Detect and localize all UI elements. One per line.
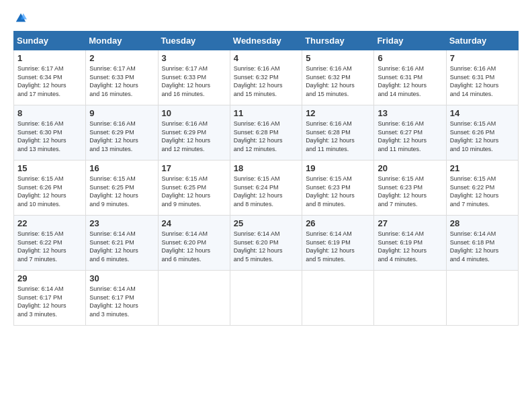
logo-icon: [15, 12, 27, 24]
col-header-wednesday: Wednesday: [230, 32, 302, 50]
calendar-cell: 7 Sunrise: 6:16 AMSunset: 6:31 PMDayligh…: [446, 50, 518, 105]
col-header-tuesday: Tuesday: [158, 32, 230, 50]
cell-text: Sunrise: 6:15 AMSunset: 6:26 PMDaylight:…: [17, 175, 66, 208]
day-number: 28: [450, 218, 515, 228]
calendar-cell: 12 Sunrise: 6:16 AMSunset: 6:28 PMDaylig…: [302, 105, 374, 161]
cell-text: Sunrise: 6:15 AMSunset: 6:24 PMDaylight:…: [234, 175, 283, 208]
day-number: 6: [378, 53, 442, 63]
calendar-cell: [302, 271, 374, 326]
day-number: 1: [17, 53, 82, 63]
cell-text: Sunrise: 6:15 AMSunset: 6:26 PMDaylight:…: [450, 120, 499, 152]
cell-text: Sunrise: 6:14 AMSunset: 6:20 PMDaylight:…: [234, 230, 283, 263]
calendar-cell: 2 Sunrise: 6:17 AMSunset: 6:33 PMDayligh…: [86, 50, 158, 105]
cell-text: Sunrise: 6:17 AMSunset: 6:34 PMDaylight:…: [17, 65, 66, 97]
calendar-cell: 5 Sunrise: 6:16 AMSunset: 6:32 PMDayligh…: [302, 50, 374, 105]
calendar-cell: 25 Sunrise: 6:14 AMSunset: 6:20 PMDaylig…: [230, 216, 302, 271]
calendar-cell: 16 Sunrise: 6:15 AMSunset: 6:25 PMDaylig…: [86, 161, 158, 216]
calendar-cell: 20 Sunrise: 6:15 AMSunset: 6:23 PMDaylig…: [374, 161, 446, 216]
cell-text: Sunrise: 6:16 AMSunset: 6:32 PMDaylight:…: [306, 65, 355, 97]
calendar-table: SundayMondayTuesdayWednesdayThursdayFrid…: [13, 31, 519, 326]
cell-text: Sunrise: 6:16 AMSunset: 6:30 PMDaylight:…: [17, 120, 66, 152]
cell-text: Sunrise: 6:16 AMSunset: 6:31 PMDaylight:…: [450, 65, 499, 97]
week-row-2: 8 Sunrise: 6:16 AMSunset: 6:30 PMDayligh…: [14, 105, 519, 161]
day-number: 30: [89, 273, 154, 283]
day-number: 9: [89, 108, 154, 118]
cell-text: Sunrise: 6:14 AMSunset: 6:21 PMDaylight:…: [89, 230, 138, 263]
week-row-4: 22 Sunrise: 6:15 AMSunset: 6:22 PMDaylig…: [14, 216, 519, 271]
day-number: 25: [234, 218, 298, 228]
day-number: 15: [17, 163, 82, 173]
calendar-cell: 9 Sunrise: 6:16 AMSunset: 6:29 PMDayligh…: [86, 105, 158, 161]
day-number: 17: [162, 163, 226, 173]
calendar-cell: [374, 271, 446, 326]
day-number: 14: [450, 108, 515, 118]
day-number: 18: [234, 163, 298, 173]
page: SundayMondayTuesdayWednesdayThursdayFrid…: [0, 0, 532, 411]
calendar-cell: [446, 271, 518, 326]
calendar-cell: [230, 271, 302, 326]
day-number: 29: [17, 273, 82, 283]
calendar-cell: 13 Sunrise: 6:16 AMSunset: 6:27 PMDaylig…: [374, 105, 446, 161]
day-number: 21: [450, 163, 515, 173]
calendar-cell: 11 Sunrise: 6:16 AMSunset: 6:28 PMDaylig…: [230, 105, 302, 161]
cell-text: Sunrise: 6:15 AMSunset: 6:23 PMDaylight:…: [378, 175, 427, 208]
calendar-cell: 6 Sunrise: 6:16 AMSunset: 6:31 PMDayligh…: [374, 50, 446, 105]
week-row-1: 1 Sunrise: 6:17 AMSunset: 6:34 PMDayligh…: [14, 50, 519, 105]
cell-text: Sunrise: 6:15 AMSunset: 6:23 PMDaylight:…: [306, 175, 355, 208]
day-number: 23: [89, 218, 154, 228]
cell-text: Sunrise: 6:16 AMSunset: 6:32 PMDaylight:…: [234, 65, 283, 97]
calendar-cell: 27 Sunrise: 6:14 AMSunset: 6:19 PMDaylig…: [374, 216, 446, 271]
week-row-3: 15 Sunrise: 6:15 AMSunset: 6:26 PMDaylig…: [14, 161, 519, 216]
week-row-5: 29 Sunrise: 6:14 AMSunset: 6:17 PMDaylig…: [14, 271, 519, 326]
day-number: 26: [306, 218, 370, 228]
day-number: 20: [378, 163, 442, 173]
cell-text: Sunrise: 6:14 AMSunset: 6:19 PMDaylight:…: [378, 230, 427, 263]
day-number: 12: [306, 108, 370, 118]
day-number: 13: [378, 108, 442, 118]
day-number: 7: [450, 53, 515, 63]
col-header-thursday: Thursday: [302, 32, 374, 50]
cell-text: Sunrise: 6:16 AMSunset: 6:29 PMDaylight:…: [162, 120, 211, 152]
cell-text: Sunrise: 6:15 AMSunset: 6:25 PMDaylight:…: [89, 175, 138, 208]
calendar-cell: 29 Sunrise: 6:14 AMSunset: 6:17 PMDaylig…: [14, 271, 86, 326]
cell-text: Sunrise: 6:14 AMSunset: 6:17 PMDaylight:…: [17, 285, 66, 318]
cell-text: Sunrise: 6:15 AMSunset: 6:25 PMDaylight:…: [162, 175, 211, 208]
day-number: 16: [89, 163, 154, 173]
day-number: 11: [234, 108, 298, 118]
cell-text: Sunrise: 6:16 AMSunset: 6:28 PMDaylight:…: [306, 120, 355, 152]
cell-text: Sunrise: 6:14 AMSunset: 6:19 PMDaylight:…: [306, 230, 355, 263]
cell-text: Sunrise: 6:15 AMSunset: 6:22 PMDaylight:…: [450, 175, 499, 208]
col-header-monday: Monday: [86, 32, 158, 50]
calendar-cell: 8 Sunrise: 6:16 AMSunset: 6:30 PMDayligh…: [14, 105, 86, 161]
day-number: 19: [306, 163, 370, 173]
cell-text: Sunrise: 6:16 AMSunset: 6:31 PMDaylight:…: [378, 65, 427, 97]
day-number: 10: [162, 108, 226, 118]
day-number: 24: [162, 218, 226, 228]
calendar-cell: [158, 271, 230, 326]
calendar-cell: 28 Sunrise: 6:14 AMSunset: 6:18 PMDaylig…: [446, 216, 518, 271]
cell-text: Sunrise: 6:14 AMSunset: 6:17 PMDaylight:…: [89, 285, 138, 318]
calendar-cell: 24 Sunrise: 6:14 AMSunset: 6:20 PMDaylig…: [158, 216, 230, 271]
cell-text: Sunrise: 6:14 AMSunset: 6:20 PMDaylight:…: [162, 230, 211, 263]
calendar-cell: 18 Sunrise: 6:15 AMSunset: 6:24 PMDaylig…: [230, 161, 302, 216]
calendar-cell: 26 Sunrise: 6:14 AMSunset: 6:19 PMDaylig…: [302, 216, 374, 271]
day-number: 4: [234, 53, 298, 63]
col-header-friday: Friday: [374, 32, 446, 50]
header: [13, 12, 519, 24]
calendar-cell: 3 Sunrise: 6:17 AMSunset: 6:33 PMDayligh…: [158, 50, 230, 105]
day-number: 2: [89, 53, 154, 63]
cell-text: Sunrise: 6:16 AMSunset: 6:27 PMDaylight:…: [378, 120, 427, 152]
cell-text: Sunrise: 6:16 AMSunset: 6:28 PMDaylight:…: [234, 120, 283, 152]
header-row: SundayMondayTuesdayWednesdayThursdayFrid…: [14, 32, 519, 50]
col-header-saturday: Saturday: [446, 32, 518, 50]
day-number: 5: [306, 53, 370, 63]
calendar-cell: 21 Sunrise: 6:15 AMSunset: 6:22 PMDaylig…: [446, 161, 518, 216]
calendar-cell: 19 Sunrise: 6:15 AMSunset: 6:23 PMDaylig…: [302, 161, 374, 216]
calendar-cell: 14 Sunrise: 6:15 AMSunset: 6:26 PMDaylig…: [446, 105, 518, 161]
calendar-cell: 1 Sunrise: 6:17 AMSunset: 6:34 PMDayligh…: [14, 50, 86, 105]
day-number: 22: [17, 218, 82, 228]
calendar-cell: 22 Sunrise: 6:15 AMSunset: 6:22 PMDaylig…: [14, 216, 86, 271]
calendar-cell: 10 Sunrise: 6:16 AMSunset: 6:29 PMDaylig…: [158, 105, 230, 161]
calendar-cell: 4 Sunrise: 6:16 AMSunset: 6:32 PMDayligh…: [230, 50, 302, 105]
day-number: 3: [162, 53, 226, 63]
